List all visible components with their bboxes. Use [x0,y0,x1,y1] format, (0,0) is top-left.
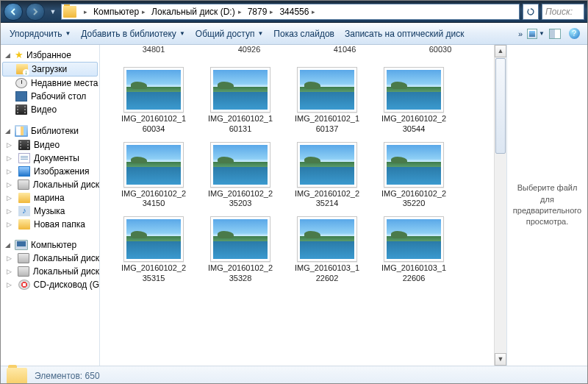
address-bar: ▼ ▸ Компьютер▸ Локальный диск (D:)▸ 7879… [1,1,587,23]
disclose-icon[interactable]: ▷ [7,141,13,149]
file-item[interactable]: IMG_20160102_235220 [381,142,447,210]
tree-item[interactable]: ▷Видео [1,138,99,152]
video-icon [18,140,30,150]
star-icon: ★ [15,49,24,60]
file-thumbnail [210,142,270,188]
file-list: 34801409264104660030 IMG_20160102_160034… [100,45,506,366]
overflow-button[interactable]: » [515,29,526,38]
file-item[interactable]: IMG_20160102_160034 [121,67,187,135]
tree-item[interactable]: Загрузки [2,62,98,77]
file-item[interactable]: IMG_20160102_235328 [207,216,273,284]
libraries-header[interactable]: ◢ Библиотеки [1,124,99,138]
thumbnails-icon [527,29,537,39]
scroll-down-button[interactable]: ▼ [495,353,506,366]
tree-item[interactable]: ▷Документы [1,152,99,165]
file-thumbnail [384,216,444,262]
favorites-header[interactable]: ◢★ Избранное [1,48,99,62]
crumb-root[interactable]: ▸ [78,4,90,19]
cd-icon [18,280,30,290]
tree-item-label: Недавние места [31,78,98,88]
tree-item[interactable]: ▷марина [1,191,99,205]
doc-icon [18,153,30,163]
tree-item-label: Видео [31,104,57,115]
file-thumbnail [297,142,357,188]
crumb-drive[interactable]: Локальный диск (D:)▸ [148,4,245,19]
tree-item[interactable]: ▷Изображения [1,165,99,178]
tree-item[interactable]: ▷Локальный диск [1,252,99,265]
view-mode-button[interactable]: ▼ [527,26,545,42]
disclose-icon[interactable]: ▷ [7,255,12,262]
back-button[interactable] [4,3,23,21]
tree-item-label: марина [34,193,65,203]
breadcrumb[interactable]: ▸ Компьютер▸ Локальный диск (D:)▸ 7879▸ … [61,4,520,20]
drive-icon [18,179,29,190]
disclose-icon[interactable]: ▷ [7,281,13,288]
organize-button[interactable]: Упорядочить▼ [5,26,75,42]
file-item[interactable]: IMG_20160102_160131 [207,67,273,135]
disclose-icon[interactable]: ▷ [7,168,13,175]
preview-pane-button[interactable] [546,26,564,42]
disclose-icon[interactable]: ▷ [7,221,13,228]
crumb-folder1[interactable]: 7879▸ [245,4,277,19]
drive-icon [18,266,29,277]
file-label: IMG_20160102_234150 [121,189,187,210]
tree-item[interactable]: ▷Музыка [1,205,99,218]
forward-button[interactable] [26,3,45,21]
file-label-fragment: 41046 [312,45,378,57]
libraries-icon [15,125,28,137]
disclose-icon[interactable]: ▷ [7,194,13,202]
tree-item[interactable]: ▷Локальный диск [1,178,99,191]
scroll-up-button[interactable]: ▲ [495,45,506,57]
file-label-fragment: 34801 [121,45,187,57]
folder-icon [18,219,30,230]
file-label-fragment: 40926 [216,45,282,57]
file-item[interactable]: IMG_20160102_235214 [294,142,360,210]
tree-item-label: Локальный диск [33,266,99,277]
tree-item[interactable]: Недавние места [1,77,99,90]
burn-button[interactable]: Записать на оптический диск [340,26,469,42]
tree-item[interactable]: ▷Локальный диск [1,265,99,278]
disclose-icon[interactable]: ▷ [7,154,13,162]
file-item[interactable]: IMG_20160102_160137 [294,67,360,135]
file-thumbnail [384,142,444,188]
refresh-button[interactable] [523,4,539,20]
crumb-computer[interactable]: Компьютер▸ [90,4,148,19]
file-thumbnail [210,67,270,113]
file-item[interactable]: IMG_20160102_234150 [121,142,187,210]
file-label: IMG_20160102_235214 [294,189,360,210]
desktop-icon [15,91,27,102]
disclose-icon[interactable]: ▷ [7,268,12,275]
scroll-thumb[interactable] [495,58,506,154]
scrollbar[interactable]: ▲ ▼ [494,45,506,366]
tree-item[interactable]: ▷Новая папка [1,218,99,231]
file-label: IMG_20160102_160034 [121,114,187,135]
tree-item[interactable]: Рабочий стол [1,90,99,103]
disclose-icon[interactable]: ▷ [7,181,12,188]
file-item[interactable]: IMG_20160102_235315 [121,216,187,284]
share-button[interactable]: Общий доступ▼ [191,26,268,42]
video-icon [15,104,27,115]
file-item[interactable]: IMG_20160103_122606 [381,216,447,284]
file-item[interactable]: IMG_20160102_230544 [381,67,447,135]
disclose-icon[interactable]: ▷ [7,207,13,215]
file-thumbnail [123,67,184,113]
file-item[interactable]: IMG_20160102_235203 [207,142,273,210]
computer-header[interactable]: ◢ Компьютер [1,238,99,252]
folder-icon [63,6,76,18]
tree-item-label: Видео [34,140,60,150]
file-thumbnail [123,142,184,188]
tree-item[interactable]: ▷CD-дисковод (G [1,278,99,291]
file-item[interactable]: IMG_20160103_122602 [294,216,360,284]
crumb-folder2[interactable]: 344556▸ [276,4,318,19]
computer-icon [15,240,28,250]
tree-item-label: Документы [34,153,79,163]
history-dropdown[interactable]: ▼ [48,4,58,20]
preview-pane-icon [549,29,561,39]
search-input[interactable]: Поиск: [542,4,584,20]
tree-item-label: Локальный диск [33,179,99,190]
slideshow-button[interactable]: Показ слайдов [269,26,339,42]
tree-item-label: Музыка [34,206,65,216]
help-button[interactable]: ? [565,26,583,42]
tree-item[interactable]: Видео [1,103,99,116]
add-to-library-button[interactable]: Добавить в библиотеку▼ [76,26,189,42]
